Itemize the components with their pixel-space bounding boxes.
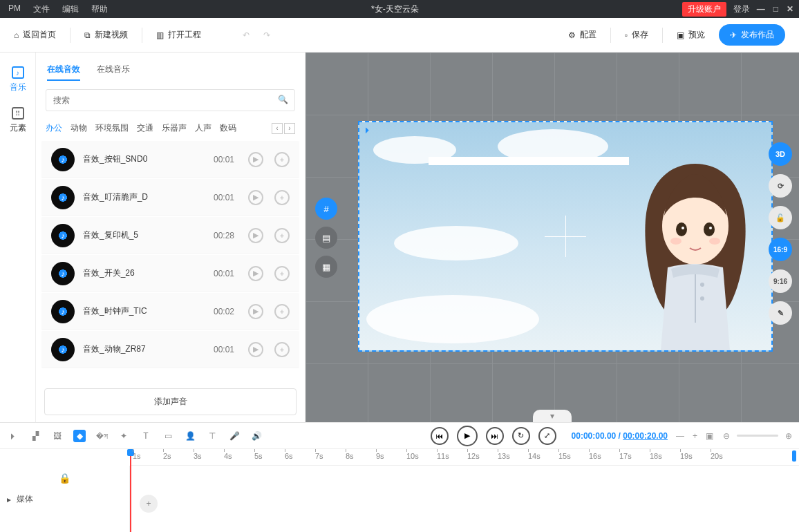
- fit-button[interactable]: ▣: [706, 431, 713, 441]
- track-body[interactable]: +: [130, 466, 799, 532]
- play-icon[interactable]: ▶: [248, 152, 263, 167]
- lock-button[interactable]: 🔓: [769, 206, 792, 229]
- ratio-16-9-button[interactable]: 16:9: [769, 238, 792, 261]
- play-icon[interactable]: ▶: [248, 228, 263, 243]
- redo-button[interactable]: ↷: [263, 30, 270, 40]
- tl-text-icon[interactable]: T: [140, 430, 152, 442]
- tl-crop-icon[interactable]: ▞: [29, 430, 41, 442]
- list-item[interactable]: 音效_叮清脆声_D00:01▶+: [41, 179, 299, 216]
- tl-camera-icon[interactable]: ⏵: [7, 430, 19, 442]
- nav-elements[interactable]: ⠿元素: [10, 107, 26, 134]
- camera-icon: ⏵: [364, 125, 372, 135]
- home-button[interactable]: ⌂返回首页: [14, 29, 56, 41]
- add-icon[interactable]: +: [274, 190, 290, 205]
- template-button[interactable]: ▦: [315, 256, 337, 278]
- cat-ambient[interactable]: 环境氛围: [95, 122, 129, 134]
- lock-icon[interactable]: 🔒: [59, 473, 71, 484]
- prev-button[interactable]: ⏮: [431, 427, 449, 445]
- collapse-canvas-button[interactable]: ▾: [533, 410, 572, 422]
- play-icon[interactable]: ▶: [248, 190, 263, 205]
- tl-rect-icon[interactable]: ▭: [162, 430, 174, 442]
- edit-button[interactable]: ✎: [769, 301, 792, 325]
- play-icon[interactable]: ▶: [248, 342, 263, 357]
- rotate-button[interactable]: ⟳: [769, 174, 792, 198]
- list-item[interactable]: 音效_时钟声_TIC00:02▶+: [41, 293, 299, 330]
- cat-voice[interactable]: 人声: [195, 122, 212, 134]
- tl-mic-icon[interactable]: 🎤: [228, 430, 241, 442]
- add-clip-button[interactable]: +: [140, 495, 158, 513]
- text-placeholder[interactable]: [429, 157, 629, 165]
- preview-button[interactable]: ▣预览: [677, 29, 705, 41]
- list-item[interactable]: 音效_开关_2600:01▶+: [41, 255, 299, 292]
- list-item[interactable]: 音效_动物_ZR8700:01▶+: [41, 331, 299, 368]
- search-input[interactable]: [46, 89, 295, 111]
- timeline-ruler[interactable]: 1s2s3s4s5s6s7s8s9s10s11s12s13s14s15s16s1…: [130, 449, 799, 466]
- menu-file[interactable]: 文件: [33, 3, 50, 15]
- add-sound-button[interactable]: 添加声音: [44, 388, 297, 415]
- avatar-girl[interactable]: [626, 150, 764, 350]
- 3d-button[interactable]: 3D: [769, 142, 792, 166]
- cat-animal[interactable]: 动物: [70, 122, 87, 134]
- new-video-button[interactable]: ⧉新建视频: [84, 29, 128, 41]
- cat-instrument[interactable]: 乐器声: [162, 122, 187, 134]
- fullscreen-button[interactable]: ⤢: [538, 427, 556, 445]
- login-button[interactable]: 登录: [733, 3, 750, 15]
- play-icon[interactable]: ▶: [248, 304, 263, 319]
- tl-equalizer-icon[interactable]: �স: [95, 430, 108, 442]
- grid-toggle-button[interactable]: #: [315, 198, 337, 220]
- list-item[interactable]: 音效_按钮_SND000:01▶+: [41, 141, 299, 178]
- menu-edit[interactable]: 编辑: [62, 3, 79, 15]
- tl-diamond-icon[interactable]: ◆: [73, 430, 86, 442]
- tl-image-icon[interactable]: 🖼: [51, 430, 64, 442]
- cat-office[interactable]: 办公: [46, 122, 62, 134]
- track-media[interactable]: ▸媒体: [7, 493, 122, 505]
- zoom-out-button[interactable]: ⊖: [723, 431, 730, 441]
- add-icon[interactable]: +: [274, 228, 290, 243]
- canvas[interactable]: # ▤ ▦ ⏵: [306, 53, 799, 422]
- loop-button[interactable]: ↻: [512, 427, 530, 445]
- cat-traffic[interactable]: 交通: [137, 122, 153, 134]
- sound-list[interactable]: 音效_按钮_SND000:01▶+ 音效_叮清脆声_D00:01▶+ 音效_复印…: [36, 141, 305, 381]
- add-icon[interactable]: +: [274, 152, 290, 167]
- add-icon[interactable]: +: [274, 304, 290, 319]
- tab-online-sfx[interactable]: 在线音效: [47, 64, 80, 81]
- minimize-icon[interactable]: —: [757, 4, 765, 14]
- video-frame[interactable]: ⏵: [358, 121, 773, 352]
- layers-button[interactable]: ▤: [315, 227, 337, 249]
- timecode-plus[interactable]: +: [693, 431, 697, 441]
- tl-voice-icon[interactable]: ⊤: [206, 430, 218, 442]
- search-icon[interactable]: 🔍: [278, 95, 288, 104]
- svg-point-7: [700, 283, 704, 287]
- tl-sparkle-icon[interactable]: ✦: [118, 430, 130, 442]
- close-icon[interactable]: ✕: [787, 4, 793, 14]
- play-button[interactable]: ▶: [457, 426, 478, 446]
- tl-sound-icon[interactable]: 🔊: [250, 430, 263, 442]
- tl-person-icon[interactable]: 👤: [184, 430, 196, 442]
- zoom-in-button[interactable]: ⊕: [785, 431, 792, 441]
- ratio-9-16-button[interactable]: 9:16: [769, 269, 792, 293]
- menu-help[interactable]: 帮助: [91, 3, 108, 15]
- maximize-icon[interactable]: □: [773, 4, 778, 14]
- save-button[interactable]: ▫保存: [625, 29, 648, 41]
- config-button[interactable]: ⚙配置: [568, 29, 596, 41]
- undo-button[interactable]: ↶: [243, 30, 250, 40]
- music-icon: ♪: [12, 66, 24, 79]
- open-project-button[interactable]: ▥打开工程: [156, 29, 201, 41]
- upgrade-button[interactable]: 升级账户: [682, 2, 726, 17]
- list-item[interactable]: 音效_复印机_500:28▶+: [41, 217, 299, 254]
- cat-prev[interactable]: ‹: [272, 123, 283, 134]
- next-button[interactable]: ⏭: [486, 427, 504, 445]
- cat-digital[interactable]: 数码: [220, 122, 236, 134]
- add-icon[interactable]: +: [274, 266, 290, 281]
- nav-music[interactable]: ♪音乐: [10, 66, 26, 93]
- publish-button[interactable]: ✈发布作品: [719, 24, 785, 46]
- cat-next[interactable]: ›: [284, 123, 295, 134]
- zoom-slider[interactable]: [737, 435, 778, 437]
- tab-online-music[interactable]: 在线音乐: [97, 64, 130, 81]
- add-icon[interactable]: +: [274, 342, 290, 357]
- tick: 7s: [315, 452, 323, 460]
- timeline-end-marker[interactable]: [792, 450, 796, 462]
- category-row: 办公 动物 环境氛围 交通 乐器声 人声 数码 ‹›: [36, 118, 305, 141]
- timecode-minus[interactable]: —: [676, 431, 684, 441]
- play-icon[interactable]: ▶: [248, 266, 263, 281]
